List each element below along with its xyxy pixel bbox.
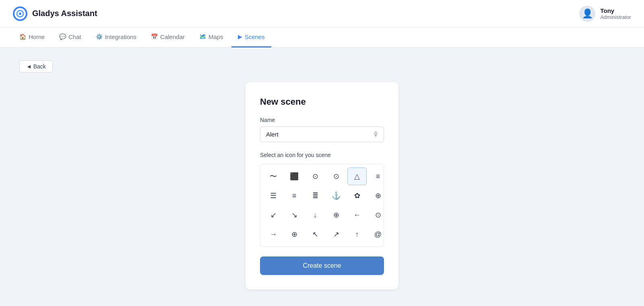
name-label: Name <box>260 117 384 123</box>
gladys-logo-icon <box>13 6 27 21</box>
header: Gladys Assistant 👤 Tony Administrator <box>0 0 644 27</box>
icon-clock[interactable]: ⊙ <box>305 167 325 185</box>
new-scene-card: New scene Name 🎙 Select an icon for you … <box>246 82 398 289</box>
icon-grid: 〜 ⬛ ⊙ ⊙ △ ≡ ☰ ≡ ≣ ⚓ ✿ ⊕ ↙ ↘ ↓ ⊕ ← ⊙ <box>260 164 384 246</box>
nav-item-calendar[interactable]: 📅 Calendar <box>144 27 191 48</box>
main-nav: 🏠 Home 💬 Chat ⚙️ Integrations 📅 Calendar… <box>0 27 644 48</box>
scenes-icon: ▶ <box>238 33 242 40</box>
create-scene-button[interactable]: Create scene <box>260 256 384 275</box>
nav-label-integrations: Integrations <box>105 33 136 40</box>
icon-arrow-up-right[interactable]: ↗ <box>326 225 346 243</box>
user-name: Tony <box>600 7 631 14</box>
chat-icon: 💬 <box>59 33 66 40</box>
nav-label-home: Home <box>29 33 45 40</box>
icon-grid-wrapper: 〜 ⬛ ⊙ ⊙ △ ≡ ☰ ≡ ≣ ⚓ ✿ ⊕ ↙ ↘ ↓ ⊕ ← ⊙ <box>260 164 384 247</box>
icon-arrow-up-circle[interactable]: ⊕ <box>285 225 304 243</box>
icon-activity[interactable]: 〜 <box>264 167 283 185</box>
icon-clock2[interactable]: ⊙ <box>326 167 346 185</box>
nav-item-integrations[interactable]: ⚙️ Integrations <box>89 27 143 48</box>
nav-label-maps: Maps <box>208 33 223 40</box>
maps-icon: 🗺️ <box>199 33 206 40</box>
nav-item-scenes[interactable]: ▶ Scenes <box>231 27 271 48</box>
integrations-icon: ⚙️ <box>96 33 103 40</box>
icon-arrow-down-right[interactable]: ↘ <box>285 206 304 224</box>
svg-point-2 <box>19 12 21 15</box>
logo-area: Gladys Assistant <box>13 6 97 21</box>
icon-arrow-down-circle[interactable]: ⊕ <box>368 187 384 205</box>
icon-align-right[interactable]: ≡ <box>368 167 384 185</box>
icon-align-justify[interactable]: ≣ <box>305 187 325 205</box>
icon-anchor[interactable]: ⚓ <box>326 187 346 205</box>
icon-section-label: Select an icon for you scene <box>260 152 384 158</box>
nav-label-scenes: Scenes <box>245 33 265 40</box>
user-area: 👤 Tony Administrator <box>579 6 631 22</box>
icon-arrow-up[interactable]: ↑ <box>347 225 367 243</box>
icon-arrow-right-circle[interactable]: ⊙ <box>368 206 384 224</box>
nav-label-calendar: Calendar <box>160 33 185 40</box>
user-role: Administrator <box>600 14 631 20</box>
nav-label-chat: Chat <box>68 33 81 40</box>
main-content: ◄ Back New scene Name 🎙 Select an icon f… <box>0 48 644 306</box>
back-button[interactable]: ◄ Back <box>19 60 53 72</box>
card-title: New scene <box>260 97 384 107</box>
icon-arrow-right[interactable]: → <box>264 225 283 243</box>
icon-aperture[interactable]: ✿ <box>347 187 367 205</box>
icon-arrow-left-circle[interactable]: ⊕ <box>326 206 346 224</box>
microphone-icon: 🎙 <box>373 131 379 138</box>
icon-arrow-up-left[interactable]: ↖ <box>305 225 325 243</box>
nav-item-maps[interactable]: 🗺️ Maps <box>193 27 230 48</box>
icon-arrow-left[interactable]: ← <box>347 206 367 224</box>
icon-arrow-down[interactable]: ↓ <box>305 206 325 224</box>
nav-item-chat[interactable]: 💬 Chat <box>53 27 88 48</box>
home-icon: 🏠 <box>19 33 26 40</box>
icon-align-left[interactable]: ☰ <box>264 187 283 205</box>
icon-at-sign[interactable]: @ <box>368 225 384 243</box>
icon-monitor[interactable]: ⬛ <box>285 167 304 185</box>
app-title: Gladys Assistant <box>32 9 97 18</box>
name-input-wrapper: 🎙 <box>260 126 384 142</box>
icon-align-center[interactable]: ≡ <box>285 187 304 205</box>
avatar: 👤 <box>579 6 595 22</box>
icon-alert-triangle[interactable]: △ <box>347 167 367 185</box>
icon-arrow-down-left[interactable]: ↙ <box>264 206 283 224</box>
user-info: Tony Administrator <box>600 7 631 20</box>
calendar-icon: 📅 <box>151 33 158 40</box>
scene-name-input[interactable] <box>260 126 384 142</box>
nav-item-home[interactable]: 🏠 Home <box>13 27 51 48</box>
